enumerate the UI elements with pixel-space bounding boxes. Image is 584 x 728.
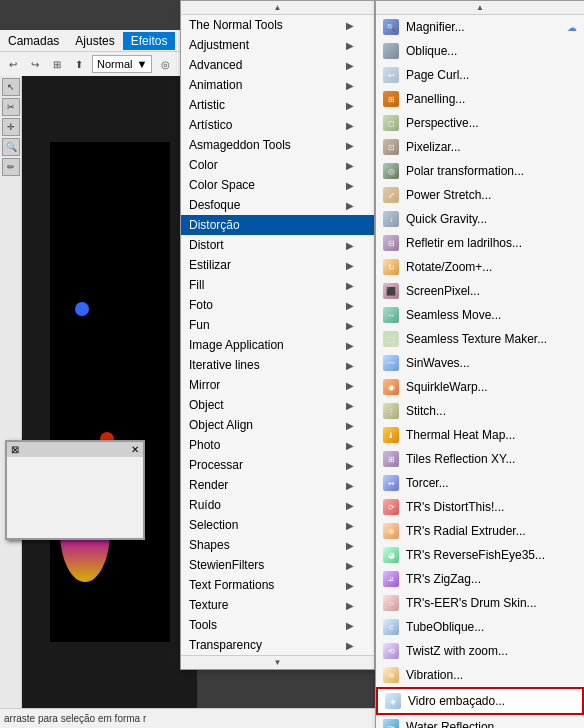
tool-paint[interactable]: ✏ <box>2 158 20 176</box>
arrow-icon: ▶ <box>346 640 354 651</box>
menu-item-shapes[interactable]: Shapes ▶ <box>181 535 374 555</box>
transform-icon[interactable]: ⬆ <box>70 55 88 73</box>
menu-item-object[interactable]: Object ▶ <box>181 395 374 415</box>
submenu-tubeoblique[interactable]: ⊂ TubeOblique... <box>376 615 584 639</box>
float-panel: ⊠ ✕ <box>5 440 145 540</box>
submenu-sinwaves[interactable]: 〰 SinWaves... <box>376 351 584 375</box>
menu-item-estilizar[interactable]: Estilizar ▶ <box>181 255 374 275</box>
menu-item-selection[interactable]: Selection ▶ <box>181 515 374 535</box>
submenu-stitch[interactable]: ⋮ Stitch... <box>376 399 584 423</box>
submenu-magnifier[interactable]: 🔍 Magnifier... ☁ <box>376 15 584 39</box>
menu-item-artistic[interactable]: Artistic ▶ <box>181 95 374 115</box>
menu-item-foto[interactable]: Foto ▶ <box>181 295 374 315</box>
submenu-tiles[interactable]: ⊞ Tiles Reflection XY... <box>376 447 584 471</box>
menu-item-advanced[interactable]: Advanced ▶ <box>181 55 374 75</box>
tubeoblique-icon: ⊂ <box>382 618 400 636</box>
submenu-zigzag[interactable]: ⫡ TR's ZigZag... <box>376 567 584 591</box>
menu-ajustes[interactable]: Ajustes <box>67 32 122 50</box>
arrow-icon: ▶ <box>346 440 354 451</box>
submenu-torcer[interactable]: ↭ Torcer... <box>376 471 584 495</box>
menu-item-ruido[interactable]: Ruído ▶ <box>181 495 374 515</box>
submenu-vidro[interactable]: ◈ Vidro embaçado... <box>376 687 584 715</box>
menu-item-iterative[interactable]: Iterative lines ▶ <box>181 355 374 375</box>
screenpixel-icon: ⬛ <box>382 282 400 300</box>
submenu-rotatezoom[interactable]: ↻ Rotate/Zoom+... <box>376 255 584 279</box>
canvas-area <box>22 76 197 708</box>
submenu-vibration[interactable]: ≋ Vibration... <box>376 663 584 687</box>
submenu-oblique[interactable]: Oblique... <box>376 39 584 63</box>
arrow-icon: ▶ <box>346 140 354 151</box>
opacity-icon[interactable]: ◎ <box>156 55 174 73</box>
menu-item-distorcao[interactable]: Distorção <box>181 215 374 235</box>
submenu-screenpixel[interactable]: ⬛ ScreenPixel... <box>376 279 584 303</box>
menu-item-texture[interactable]: Texture ▶ <box>181 595 374 615</box>
submenu-quickgravity[interactable]: ↓ Quick Gravity... <box>376 207 584 231</box>
arrow-icon: ▶ <box>346 540 354 551</box>
menu-item-asmageddon[interactable]: Asmageddon Tools ▶ <box>181 135 374 155</box>
sinwaves-icon: 〰 <box>382 354 400 372</box>
submenu-reversefisheye[interactable]: ◕ TR's ReverseFishEye35... <box>376 543 584 567</box>
menu-item-processar[interactable]: Processar ▶ <box>181 455 374 475</box>
float-panel-close[interactable]: ✕ <box>131 444 139 455</box>
seamlessmove-icon: ↔ <box>382 306 400 324</box>
submenu-panelling[interactable]: ⊞ Panelling... <box>376 87 584 111</box>
drumskin-icon: ○ <box>382 594 400 612</box>
mode-dropdown[interactable]: Normal ▼ <box>92 55 152 73</box>
submenu-seamlesstexture[interactable]: ⬚ Seamless Texture Maker... <box>376 327 584 351</box>
menu-item-artistico[interactable]: Artístico ▶ <box>181 115 374 135</box>
menu-item-fill[interactable]: Fill ▶ <box>181 275 374 295</box>
grid-icon[interactable]: ⊞ <box>48 55 66 73</box>
menu-item-normal-tools[interactable]: The Normal Tools ▶ <box>181 15 374 35</box>
tool-crop[interactable]: ✂ <box>2 98 20 116</box>
menu-item-color[interactable]: Color ▶ <box>181 155 374 175</box>
cloud-badge-magnifier: ☁ <box>566 21 578 33</box>
undo-icon[interactable]: ↩ <box>4 55 22 73</box>
submenu-thermalheat[interactable]: 🌡 Thermal Heat Map... <box>376 423 584 447</box>
menu-item-fun[interactable]: Fun ▶ <box>181 315 374 335</box>
submenu-powerstretch[interactable]: ⤢ Power Stretch... <box>376 183 584 207</box>
arrow-icon: ▶ <box>346 260 354 271</box>
menu-item-imageapp[interactable]: Image Application ▶ <box>181 335 374 355</box>
float-panel-label: ⊠ <box>11 444 19 455</box>
torcer-icon: ↭ <box>382 474 400 492</box>
scroll-up-1[interactable]: ▲ <box>181 1 374 15</box>
submenu-seamlessmove[interactable]: ↔ Seamless Move... <box>376 303 584 327</box>
menu-item-stewien[interactable]: StewienFilters ▶ <box>181 555 374 575</box>
menu-camadas[interactable]: Camadas <box>0 32 67 50</box>
submenu-pagecurl[interactable]: ↩ Page Curl... <box>376 63 584 87</box>
submenu-squirklew[interactable]: ◉ SquirkleWarp... <box>376 375 584 399</box>
menu-item-distort[interactable]: Distort ▶ <box>181 235 374 255</box>
squirklew-icon: ◉ <box>382 378 400 396</box>
menu-item-transparency[interactable]: Transparency ▶ <box>181 635 374 655</box>
menu-item-objectalign[interactable]: Object Align ▶ <box>181 415 374 435</box>
tool-zoom[interactable]: 🔍 <box>2 138 20 156</box>
menu-item-colorspace[interactable]: Color Space ▶ <box>181 175 374 195</box>
menu-item-animation[interactable]: Animation ▶ <box>181 75 374 95</box>
submenu-waterreflection[interactable]: 〜 Water Reflection... <box>376 715 584 728</box>
submenu-drumskin[interactable]: ○ TR's-EER's Drum Skin... <box>376 591 584 615</box>
toolbar: ↩ ↪ ⊞ ⬆ Normal ▼ ◎ <box>0 52 180 76</box>
tool-selection[interactable]: ↖ <box>2 78 20 96</box>
submenu-radialextrude[interactable]: ⊕ TR's Radial Extruder... <box>376 519 584 543</box>
menu-item-desfoque[interactable]: Desfoque ▶ <box>181 195 374 215</box>
menu-item-adjustment[interactable]: Adjustment ▶ <box>181 35 374 55</box>
scroll-down-1[interactable]: ▼ <box>181 655 374 669</box>
submenu-polar[interactable]: ◎ Polar transformation... <box>376 159 584 183</box>
submenu-refletir[interactable]: ⊟ Refletir em ladrilhos... <box>376 231 584 255</box>
submenu-distortthis[interactable]: ⟳ TR's DistortThis!... <box>376 495 584 519</box>
submenu-perspective[interactable]: ◻ Perspective... <box>376 111 584 135</box>
redo-icon[interactable]: ↪ <box>26 55 44 73</box>
menu-efeitos[interactable]: Efeitos <box>123 32 176 50</box>
menu-item-photo[interactable]: Photo ▶ <box>181 435 374 455</box>
magnifier-icon: 🔍 <box>382 18 400 36</box>
menu-item-textformations[interactable]: Text Formations ▶ <box>181 575 374 595</box>
scroll-up-2[interactable]: ▲ <box>376 1 584 15</box>
menu-item-tools[interactable]: Tools ▶ <box>181 615 374 635</box>
submenu-pixelize[interactable]: ⊡ Pixelizar... <box>376 135 584 159</box>
tool-move[interactable]: ✛ <box>2 118 20 136</box>
powerstretch-icon: ⤢ <box>382 186 400 204</box>
arrow-icon: ▶ <box>346 340 354 351</box>
menu-item-mirror[interactable]: Mirror ▶ <box>181 375 374 395</box>
menu-item-render[interactable]: Render ▶ <box>181 475 374 495</box>
submenu-twistz[interactable]: ⟲ TwistZ with zoom... <box>376 639 584 663</box>
